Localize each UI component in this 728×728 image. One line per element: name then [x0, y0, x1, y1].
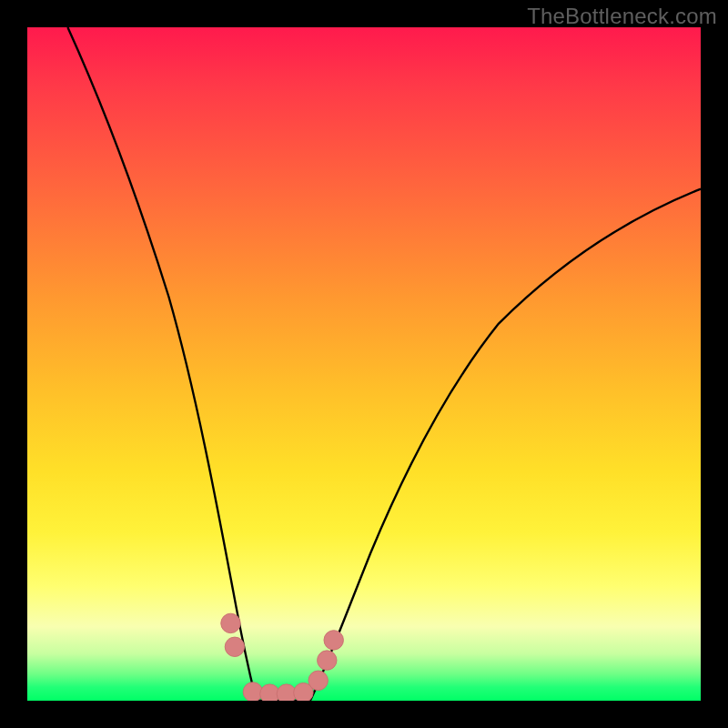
svg-point-6: [308, 671, 328, 690]
plot-area: [27, 27, 701, 701]
right-curve: [310, 189, 701, 701]
svg-point-1: [225, 637, 244, 656]
curves-layer: [27, 27, 701, 701]
svg-point-2: [243, 682, 262, 701]
svg-point-0: [221, 613, 240, 632]
fit-markers: [221, 613, 344, 701]
watermark-text: TheBottleneck.com: [527, 4, 717, 29]
svg-point-8: [324, 631, 343, 650]
svg-point-7: [318, 651, 337, 670]
left-curve: [67, 27, 256, 701]
chart-frame: TheBottleneck.com: [0, 0, 728, 728]
